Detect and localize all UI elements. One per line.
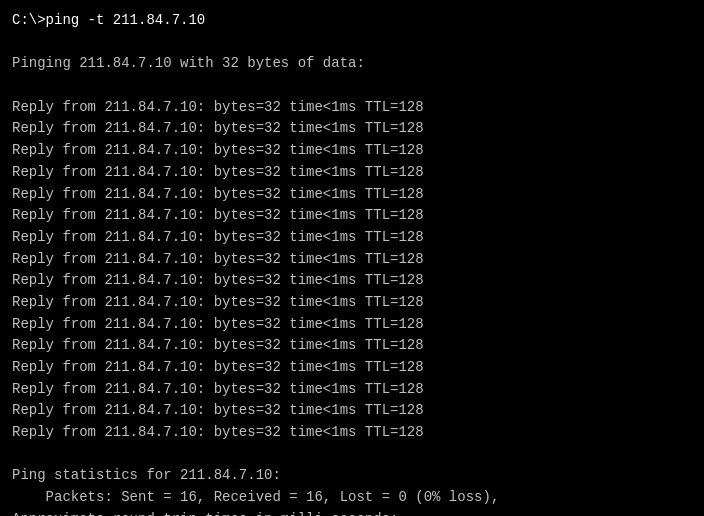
reply-line-8: Reply from 211.84.7.10: bytes=32 time<1m… bbox=[12, 249, 692, 271]
reply-line-14: Reply from 211.84.7.10: bytes=32 time<1m… bbox=[12, 379, 692, 401]
stats-header: Ping statistics for 211.84.7.10: bbox=[12, 465, 692, 487]
blank-line-2 bbox=[12, 75, 692, 97]
reply-line-3: Reply from 211.84.7.10: bytes=32 time<1m… bbox=[12, 140, 692, 162]
reply-line-10: Reply from 211.84.7.10: bytes=32 time<1m… bbox=[12, 292, 692, 314]
reply-line-11: Reply from 211.84.7.10: bytes=32 time<1m… bbox=[12, 314, 692, 336]
reply-line-1: Reply from 211.84.7.10: bytes=32 time<1m… bbox=[12, 97, 692, 119]
reply-line-9: Reply from 211.84.7.10: bytes=32 time<1m… bbox=[12, 270, 692, 292]
blank-line-3 bbox=[12, 444, 692, 466]
reply-line-12: Reply from 211.84.7.10: bytes=32 time<1m… bbox=[12, 335, 692, 357]
pinging-line: Pinging 211.84.7.10 with 32 bytes of dat… bbox=[12, 53, 692, 75]
reply-line-16: Reply from 211.84.7.10: bytes=32 time<1m… bbox=[12, 422, 692, 444]
blank-line-1 bbox=[12, 32, 692, 54]
reply-line-6: Reply from 211.84.7.10: bytes=32 time<1m… bbox=[12, 205, 692, 227]
reply-line-7: Reply from 211.84.7.10: bytes=32 time<1m… bbox=[12, 227, 692, 249]
reply-line-15: Reply from 211.84.7.10: bytes=32 time<1m… bbox=[12, 400, 692, 422]
reply-line-13: Reply from 211.84.7.10: bytes=32 time<1m… bbox=[12, 357, 692, 379]
approx-line: Approximate round trip times in milli-se… bbox=[12, 509, 692, 516]
packets-line: Packets: Sent = 16, Received = 16, Lost … bbox=[12, 487, 692, 509]
terminal-window: C:\>ping -t 211.84.7.10 Pinging 211.84.7… bbox=[12, 10, 692, 516]
command-line: C:\>ping -t 211.84.7.10 bbox=[12, 10, 692, 32]
reply-line-2: Reply from 211.84.7.10: bytes=32 time<1m… bbox=[12, 118, 692, 140]
reply-line-4: Reply from 211.84.7.10: bytes=32 time<1m… bbox=[12, 162, 692, 184]
reply-line-5: Reply from 211.84.7.10: bytes=32 time<1m… bbox=[12, 184, 692, 206]
